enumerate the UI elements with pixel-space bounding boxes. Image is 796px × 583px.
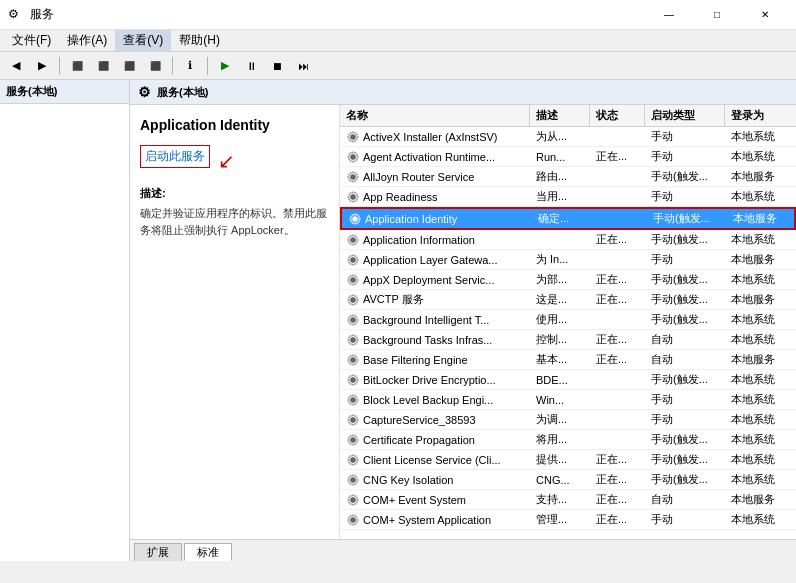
service-desc-cell: 确定...	[532, 209, 592, 228]
gear-icon	[346, 353, 360, 367]
menu-help[interactable]: 帮助(H)	[171, 30, 228, 51]
menu-file[interactable]: 文件(F)	[4, 30, 59, 51]
table-row[interactable]: Application Information正在...手动(触发...本地系统	[340, 230, 796, 250]
service-name-cell: Background Tasks Infras...	[340, 331, 530, 349]
table-row[interactable]: Base Filtering Engine基本...正在...自动本地服务	[340, 350, 796, 370]
service-desc-cell	[530, 238, 590, 242]
app-icon: ⚙	[8, 7, 24, 23]
menu-bar: 文件(F) 操作(A) 查看(V) 帮助(H)	[0, 30, 796, 52]
service-list-area[interactable]: 名称 描述 状态 启动类型 登录为 ActiveX Installer (AxI…	[340, 105, 796, 539]
service-name-cell: Block Level Backup Engi...	[340, 391, 530, 409]
description-text: 确定并验证应用程序的标识。禁用此服务将阻止强制执行 AppLocker。	[140, 205, 329, 238]
stop-button[interactable]: ⏹	[265, 55, 289, 77]
restart-button[interactable]: ⏭	[291, 55, 315, 77]
table-row[interactable]: CaptureService_38593为调...手动本地系统	[340, 410, 796, 430]
table-row[interactable]: CNG Key IsolationCNG...正在...手动(触发...本地系统	[340, 470, 796, 490]
table-row[interactable]: ActiveX Installer (AxInstSV)为从...手动本地系统	[340, 127, 796, 147]
service-start-cell: 手动	[645, 510, 725, 529]
window-title: 服务	[30, 6, 54, 23]
service-name-cell: App Readiness	[340, 188, 530, 206]
service-status-cell	[590, 258, 645, 262]
service-status-cell	[592, 217, 647, 221]
service-desc-cell: Win...	[530, 392, 590, 408]
table-row[interactable]: App Readiness当用...手动本地系统	[340, 187, 796, 207]
table-row[interactable]: AVCTP 服务这是...正在...手动(触发...本地服务	[340, 290, 796, 310]
service-name-cell: AVCTP 服务	[340, 290, 530, 309]
col-header-name[interactable]: 名称	[340, 105, 530, 126]
gear-icon	[346, 453, 360, 467]
toolbar-btn-1[interactable]: ⬛	[65, 55, 89, 77]
svg-point-10	[351, 337, 356, 342]
table-row[interactable]: AppX Deployment Servic...为部...正在...手动(触发…	[340, 270, 796, 290]
maximize-button[interactable]: □	[694, 0, 740, 30]
tab-expand[interactable]: 扩展	[134, 543, 182, 561]
table-row[interactable]: AllJoyn Router Service路由...手动(触发...本地服务	[340, 167, 796, 187]
menu-view[interactable]: 查看(V)	[115, 30, 171, 51]
close-button[interactable]: ✕	[742, 0, 788, 30]
table-row[interactable]: Agent Activation Runtime...Run...正在...手动…	[340, 147, 796, 167]
menu-action[interactable]: 操作(A)	[59, 30, 115, 51]
service-login-cell: 本地系统	[725, 450, 796, 469]
table-row[interactable]: Client License Service (Cli...提供...正在...…	[340, 450, 796, 470]
service-status-cell	[590, 438, 645, 442]
content-area: Application Identity 启动此服务 ↙ 描述: 确定并验证应用…	[130, 105, 796, 539]
gear-icon	[346, 493, 360, 507]
service-name-text: Application Information	[363, 234, 475, 246]
tab-standard[interactable]: 标准	[184, 543, 232, 561]
table-row[interactable]: Background Tasks Infras...控制...正在...自动本地…	[340, 330, 796, 350]
table-row[interactable]: Certificate Propagation将用...手动(触发...本地系统	[340, 430, 796, 450]
service-name-text: CNG Key Isolation	[363, 474, 453, 486]
service-detail-panel: Application Identity 启动此服务 ↙ 描述: 确定并验证应用…	[130, 105, 340, 539]
table-row[interactable]: Block Level Backup Engi...Win...手动本地系统	[340, 390, 796, 410]
col-header-login[interactable]: 登录为	[725, 105, 796, 126]
toolbar-btn-2[interactable]: ⬛	[91, 55, 115, 77]
service-status-cell: 正在...	[590, 330, 645, 349]
play-button[interactable]: ▶	[213, 55, 237, 77]
service-name-cell: AppX Deployment Servic...	[340, 271, 530, 289]
service-status-cell: 正在...	[590, 230, 645, 249]
service-name-text: COM+ System Application	[363, 514, 491, 526]
table-row[interactable]: Application Identity确定...手动(触发...本地服务	[340, 207, 796, 230]
right-panel: ⚙ 服务(本地) Application Identity 启动此服务 ↙ 描述…	[130, 80, 796, 561]
toolbar: ◀ ▶ ⬛ ⬛ ⬛ ⬛ ℹ ▶ ⏸ ⏹ ⏭	[0, 52, 796, 80]
svg-point-3	[351, 194, 356, 199]
service-login-cell: 本地系统	[725, 370, 796, 389]
service-login-cell: 本地系统	[725, 230, 796, 249]
col-header-start[interactable]: 启动类型	[645, 105, 725, 126]
service-status-cell	[590, 175, 645, 179]
service-name-cell: Background Intelligent T...	[340, 311, 530, 329]
table-row[interactable]: COM+ Event System支持...正在...自动本地服务	[340, 490, 796, 510]
service-name-text: Application Layer Gatewa...	[363, 254, 498, 266]
service-start-cell: 手动(触发...	[645, 230, 725, 249]
service-status-cell: 正在...	[590, 290, 645, 309]
toolbar-separator-1	[59, 57, 60, 75]
toolbar-btn-4[interactable]: ⬛	[143, 55, 167, 77]
service-status-cell: 正在...	[590, 490, 645, 509]
start-service-link[interactable]: 启动此服务	[140, 145, 210, 168]
service-login-cell: 本地服务	[725, 490, 796, 509]
svg-point-9	[351, 317, 356, 322]
service-desc-cell: 基本...	[530, 350, 590, 369]
col-header-status[interactable]: 状态	[590, 105, 645, 126]
service-desc-cell: CNG...	[530, 472, 590, 488]
table-row[interactable]: Application Layer Gatewa...为 In...手动本地服务	[340, 250, 796, 270]
bottom-tabs: 扩展 标准	[130, 539, 796, 561]
service-desc-cell: 当用...	[530, 187, 590, 206]
back-button[interactable]: ◀	[4, 55, 28, 77]
service-login-cell: 本地服务	[725, 167, 796, 186]
info-button[interactable]: ℹ	[178, 55, 202, 77]
service-start-cell: 手动(触发...	[645, 430, 725, 449]
gear-icon	[346, 313, 360, 327]
svg-point-8	[351, 297, 356, 302]
table-row[interactable]: Background Intelligent T...使用...手动(触发...…	[340, 310, 796, 330]
forward-button[interactable]: ▶	[30, 55, 54, 77]
service-login-cell: 本地系统	[725, 390, 796, 409]
minimize-button[interactable]: —	[646, 0, 692, 30]
col-header-desc[interactable]: 描述	[530, 105, 590, 126]
table-row[interactable]: COM+ System Application管理...正在...手动本地系统	[340, 510, 796, 530]
table-row[interactable]: BitLocker Drive Encryptio...BDE...手动(触发.…	[340, 370, 796, 390]
service-start-cell: 手动(触发...	[645, 270, 725, 289]
pause-button[interactable]: ⏸	[239, 55, 263, 77]
svg-point-4	[353, 216, 358, 221]
toolbar-btn-3[interactable]: ⬛	[117, 55, 141, 77]
